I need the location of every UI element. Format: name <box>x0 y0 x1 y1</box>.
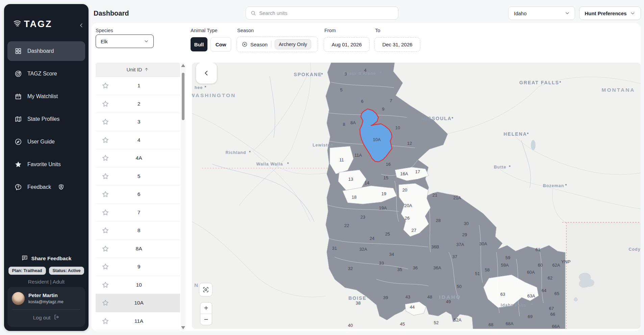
map-unit-label-60a[interactable]: 60A <box>527 270 535 275</box>
map-unit-label-27[interactable]: 27 <box>412 228 416 233</box>
map-unit-label-19a[interactable]: 19A <box>379 205 387 210</box>
map-unit-label-13[interactable]: 13 <box>348 177 353 182</box>
scrollbar-thumb[interactable] <box>182 73 184 120</box>
animal-type-bull-button[interactable]: Bull <box>191 37 207 51</box>
map-unit-label-8[interactable]: 8 <box>343 122 345 127</box>
map-unit-label-9[interactable]: 9 <box>382 107 384 112</box>
map-unit-label-37[interactable]: 37 <box>452 254 457 259</box>
map-unit-label-68[interactable]: 68 <box>489 322 493 327</box>
to-date-button[interactable]: Dec 31, 2026 <box>374 37 420 52</box>
star-outline-icon[interactable] <box>102 281 109 289</box>
map-unit-label-63a[interactable]: 63A <box>527 293 535 298</box>
map-unit-label-3[interactable]: 3 <box>344 71 347 76</box>
unit-row-7[interactable]: 7 <box>96 204 180 222</box>
sidebar-item-state-profiles[interactable]: State Profiles <box>7 109 85 129</box>
unit-row-8[interactable]: 8 <box>96 222 180 240</box>
unit-row-11a[interactable]: 11A <box>96 312 180 331</box>
star-outline-icon[interactable] <box>102 191 109 198</box>
unit-row-1[interactable]: 1 <box>96 77 180 95</box>
fit-bounds-button[interactable] <box>199 283 213 296</box>
map-unit-label-58[interactable]: 58 <box>485 267 490 272</box>
sidebar-item-my-watchlist[interactable]: My Watchlist <box>7 87 85 106</box>
star-outline-icon[interactable] <box>102 82 109 89</box>
map-svg[interactable]: SPOKANECoeur d'AleneheeWASHINGTONRichlan… <box>192 63 641 329</box>
map-unit-label-50[interactable]: 50 <box>457 284 462 289</box>
map-unit-label-21a[interactable]: 21A <box>453 195 461 200</box>
map-unit-label-26[interactable]: 26 <box>405 216 410 221</box>
star-outline-icon[interactable] <box>102 317 109 325</box>
species-select[interactable]: Elk <box>96 35 154 48</box>
star-outline-icon[interactable] <box>102 209 109 216</box>
map-unit-label-59[interactable]: 59 <box>505 255 510 260</box>
star-outline-icon[interactable] <box>102 154 109 162</box>
map-unit-label-38[interactable]: 38 <box>356 300 361 306</box>
star-outline-icon[interactable] <box>102 136 109 144</box>
star-outline-icon[interactable] <box>102 263 109 270</box>
map-unit-label-66a[interactable]: 66A <box>552 324 560 329</box>
map-unit-label-62[interactable]: 62 <box>548 275 552 281</box>
list-scrollbar[interactable] <box>181 63 185 331</box>
unit-row-6[interactable]: 6 <box>96 185 180 204</box>
map-unit-label-34[interactable]: 34 <box>389 252 394 257</box>
archery-only-chip[interactable]: Archery Only <box>275 39 311 49</box>
unit-row-4[interactable]: 4 <box>96 131 180 150</box>
map-unit-label-52a[interactable]: 52A <box>453 317 461 322</box>
sidebar-collapse-icon[interactable] <box>77 21 86 30</box>
unit-id-column-header[interactable]: Unit ID <box>96 63 180 77</box>
share-feedback-button[interactable]: Share Feedback <box>4 254 89 263</box>
map-unit-label-44[interactable]: 44 <box>410 305 415 310</box>
map-unit-label-21[interactable]: 21 <box>432 193 437 198</box>
scroll-down-arrow[interactable] <box>181 326 185 329</box>
sidebar-item-feedback[interactable]: Feedback <box>7 177 85 197</box>
logout-button[interactable]: Log out <box>7 314 85 321</box>
star-outline-icon[interactable] <box>102 173 109 180</box>
map-unit-label-30a[interactable]: 30A <box>479 241 487 246</box>
map-unit-label-19[interactable]: 19 <box>381 191 386 196</box>
scroll-up-arrow[interactable] <box>181 64 185 67</box>
animal-type-cow-button[interactable]: Cow <box>210 37 231 51</box>
map-unit-label-25[interactable]: 25 <box>385 231 390 237</box>
map-unit-label-32[interactable]: 32 <box>348 266 353 271</box>
map-unit-label-29[interactable]: 29 <box>462 232 467 237</box>
map-unit-label-28[interactable]: 28 <box>436 218 441 223</box>
map-unit-label-45[interactable]: 45 <box>400 321 405 327</box>
map-unit-label-68a[interactable]: 68A <box>505 321 513 326</box>
map-unit-label-33[interactable]: 33 <box>379 261 384 266</box>
star-outline-icon[interactable] <box>102 227 109 234</box>
map-collapse-button[interactable] <box>196 63 217 84</box>
map-unit-label-7[interactable]: 7 <box>390 98 392 103</box>
map-unit-label-12[interactable]: 12 <box>407 141 412 146</box>
map-unit-label-30[interactable]: 30 <box>464 221 469 226</box>
map-unit-label-59a[interactable]: 59A <box>501 263 509 268</box>
map-unit-label-11[interactable]: 11 <box>339 157 344 162</box>
unit-row-2[interactable]: 2 <box>96 95 180 113</box>
map-unit-label-36b[interactable]: 36B <box>431 244 439 249</box>
map-unit-label-18[interactable]: 18 <box>352 195 356 200</box>
map-unit-label-39[interactable]: 39 <box>383 295 388 300</box>
map-unit-label-17[interactable]: 17 <box>415 169 420 174</box>
map-unit-label-65[interactable]: 65 <box>554 291 559 296</box>
sidebar-item-user-guide[interactable]: User Guide <box>7 132 85 152</box>
map-unit-label-31[interactable]: 31 <box>332 246 337 251</box>
zoom-in-button[interactable] <box>200 303 212 314</box>
map-unit-label-40[interactable]: 40 <box>348 323 353 328</box>
search-box[interactable] <box>246 6 398 20</box>
map-unit-label-49[interactable]: 49 <box>446 299 451 304</box>
map-unit-label-51[interactable]: 51 <box>475 271 480 276</box>
map-unit-label-36a[interactable]: 36A <box>433 265 441 270</box>
hunt-preferences-button[interactable]: Hunt Preferences <box>579 6 641 20</box>
map-unit-label-22[interactable]: 22 <box>344 223 349 228</box>
state-select[interactable]: Idaho <box>508 6 575 20</box>
unit-row-3[interactable]: 3 <box>96 113 180 131</box>
map-unit-label-20a[interactable]: 20A <box>404 203 412 208</box>
map-unit-label-16[interactable]: 16 <box>386 162 391 167</box>
season-chip[interactable]: Season <box>242 41 268 47</box>
map-unit-label-11a[interactable]: 11A <box>354 153 362 158</box>
unit-row-8a[interactable]: 8A <box>96 240 180 258</box>
unit-row-9[interactable]: 9 <box>96 258 180 276</box>
map-unit-label-15[interactable]: 15 <box>383 175 388 180</box>
map-panel[interactable]: SPOKANECoeur d'AleneheeWASHINGTONRichlan… <box>192 63 641 329</box>
map-unit-label-8a[interactable]: 8A <box>350 120 356 125</box>
map-unit-label-52[interactable]: 52 <box>434 320 439 325</box>
map-unit-label-66[interactable]: 66 <box>550 312 555 317</box>
